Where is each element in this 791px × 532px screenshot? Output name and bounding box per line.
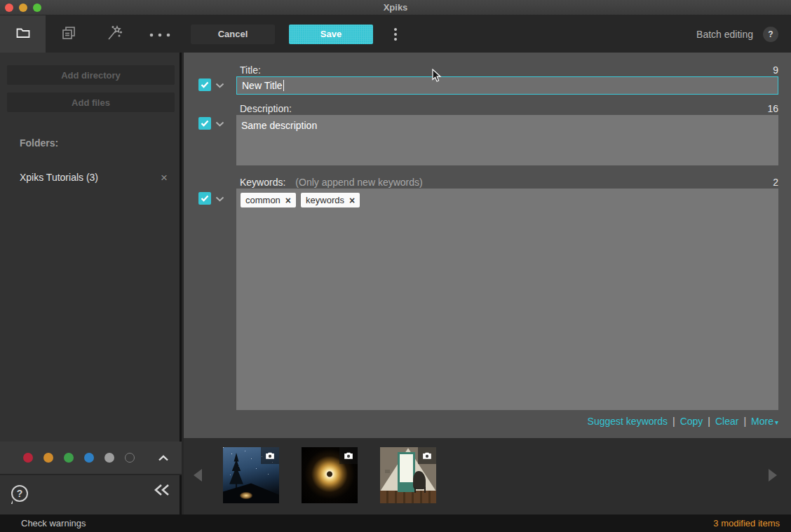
add-directory-button[interactable]: Add directory xyxy=(7,65,175,85)
copy-link[interactable]: Copy xyxy=(680,416,703,427)
keywords-count: 2 xyxy=(773,177,778,188)
link-separator: | xyxy=(708,416,710,427)
folder-item-xpiks-tutorials[interactable]: Xpiks Tutorials (3) × xyxy=(0,169,182,186)
keywords-hint: (Only append new keywords) xyxy=(295,177,422,188)
window-title: Xpiks xyxy=(0,2,791,13)
label-dot-green[interactable] xyxy=(64,453,74,463)
xpiks-window: Xpiks xyxy=(0,0,791,532)
title-label: Title: xyxy=(240,64,261,76)
close-window-button[interactable] xyxy=(5,4,13,12)
more-dots-icon xyxy=(149,28,171,41)
keywords-checkbox[interactable] xyxy=(198,192,211,205)
text-caret xyxy=(283,80,284,91)
keywords-expand-chevron-icon[interactable] xyxy=(215,196,224,202)
batch-edit-panel: Title: 9 New Title Description: 16 Same … xyxy=(184,53,791,438)
sidebar: Add directory Add files Folders: Xpiks T… xyxy=(0,53,182,514)
keyword-tag-label: keywords xyxy=(306,195,344,205)
toolbar-tabs xyxy=(0,15,184,53)
remove-folder-icon[interactable]: × xyxy=(161,172,168,184)
more-label: More xyxy=(751,416,773,427)
thumbnail-attic-room[interactable] xyxy=(380,447,436,503)
scroll-left-icon[interactable] xyxy=(194,469,202,482)
description-label: Description: xyxy=(240,103,292,114)
keyword-tags: common × keywords × xyxy=(241,193,774,207)
thumbnail-night-sky[interactable] xyxy=(223,447,279,503)
filmstrip xyxy=(184,438,791,514)
title-input[interactable]: New Title xyxy=(236,76,778,95)
link-separator: | xyxy=(672,416,675,427)
batch-editing-label: Batch editing xyxy=(696,29,753,40)
window-titlebar: Xpiks xyxy=(0,0,791,15)
thumbnail-light-ring[interactable] xyxy=(302,447,358,503)
scroll-right-icon[interactable] xyxy=(769,469,777,482)
tab-magic-wand[interactable] xyxy=(91,15,137,53)
save-button[interactable]: Save xyxy=(289,25,373,44)
keyword-tag[interactable]: common × xyxy=(241,193,296,207)
description-label-row: Description: 16 xyxy=(240,102,778,114)
toolbar-actions: Cancel Save Batch editing ? xyxy=(184,15,791,53)
camera-icon xyxy=(265,451,275,460)
description-textarea[interactable]: Same description xyxy=(236,115,778,165)
chair-art xyxy=(414,486,426,493)
tab-folders[interactable] xyxy=(0,15,46,53)
check-icon xyxy=(201,195,209,202)
title-checkbox[interactable] xyxy=(198,79,211,91)
label-dot-gray[interactable] xyxy=(104,453,114,463)
description-expand-chevron-icon[interactable] xyxy=(215,121,224,127)
keywords-label: Keywords: xyxy=(240,177,285,188)
kebab-menu-icon[interactable] xyxy=(391,25,400,43)
label-dot-orange[interactable] xyxy=(43,453,53,463)
remove-keyword-icon[interactable]: × xyxy=(349,196,355,205)
camera-icon xyxy=(344,451,353,460)
check-warnings-link[interactable]: Check warnings xyxy=(21,518,86,528)
sidebar-help-row: ? xyxy=(0,475,182,514)
title-char-count: 9 xyxy=(773,64,778,76)
description-checkbox[interactable] xyxy=(198,117,211,130)
dropdown-arrow-icon: ▾ xyxy=(775,418,778,426)
label-dot-blue[interactable] xyxy=(84,453,94,463)
link-separator: | xyxy=(743,416,746,427)
label-dot-red[interactable] xyxy=(23,453,33,463)
suggest-keywords-link[interactable]: Suggest keywords xyxy=(588,416,668,427)
keywords-label-row: Keywords: (Only append new keywords) 2 xyxy=(240,176,778,188)
tent-glow-art xyxy=(240,492,252,499)
keyword-tag[interactable]: keywords × xyxy=(301,193,360,207)
tab-more[interactable] xyxy=(137,15,182,53)
batch-help-button[interactable]: ? xyxy=(763,27,778,42)
traffic-lights xyxy=(5,4,41,12)
clear-link[interactable]: Clear xyxy=(715,416,738,427)
add-files-button[interactable]: Add files xyxy=(7,93,175,112)
stars-art xyxy=(223,447,224,448)
help-bubble-icon[interactable]: ? xyxy=(11,485,28,502)
title-expand-chevron-icon[interactable] xyxy=(215,83,224,88)
photo-type-badge xyxy=(418,447,436,464)
keywords-edit-box[interactable]: common × keywords × xyxy=(236,189,778,410)
sidebar-bottom: ? xyxy=(0,442,182,514)
folder-item-label: Xpiks Tutorials (3) xyxy=(20,172,98,183)
statusbar: Check warnings 3 modified items xyxy=(0,514,791,532)
keyword-tag-label: common xyxy=(245,195,280,205)
remove-keyword-icon[interactable]: × xyxy=(285,196,291,205)
description-char-count: 16 xyxy=(767,103,778,114)
label-dot-none[interactable] xyxy=(125,453,135,463)
copy-pages-icon xyxy=(60,25,77,44)
more-dropdown-link[interactable]: More▾ xyxy=(751,416,778,427)
minimize-window-button[interactable] xyxy=(19,4,27,12)
cancel-button[interactable]: Cancel xyxy=(191,25,275,44)
tree-art xyxy=(227,453,245,489)
collapse-up-icon[interactable] xyxy=(158,455,169,461)
check-icon xyxy=(201,120,209,127)
photo-type-badge xyxy=(261,447,279,464)
collapse-sidebar-icon[interactable] xyxy=(154,484,170,496)
tab-batch-edit[interactable] xyxy=(46,15,91,53)
folder-icon xyxy=(15,25,32,44)
title-input-value: New Title xyxy=(242,80,283,91)
modified-items-count: 3 modified items xyxy=(713,518,780,528)
magic-wand-icon xyxy=(105,24,123,45)
title-label-row: Title: 9 xyxy=(240,64,778,76)
keywords-actions-row: Suggest keywords | Copy | Clear | More▾ xyxy=(588,416,778,427)
camera-icon xyxy=(422,451,432,460)
toolbar: Cancel Save Batch editing ? xyxy=(0,15,791,53)
lamp-art xyxy=(385,470,390,473)
zoom-window-button[interactable] xyxy=(33,4,41,12)
